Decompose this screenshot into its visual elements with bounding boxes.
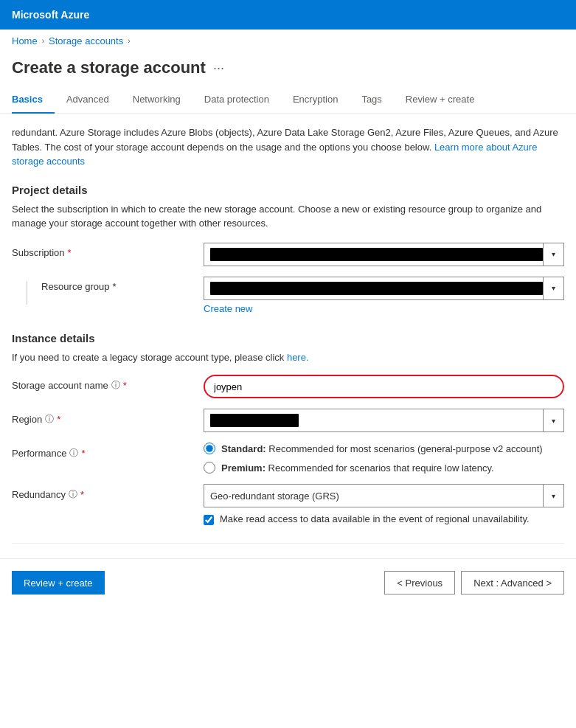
- review-create-button[interactable]: Review + create: [12, 571, 105, 594]
- redundancy-dropdown-arrow[interactable]: ▾: [543, 485, 563, 507]
- footer-divider: [12, 543, 564, 544]
- performance-standard-option: Standard: Recommended for most scenarios…: [204, 443, 564, 454]
- performance-control: Standard: Recommended for most scenarios…: [204, 443, 564, 474]
- subscription-value-masked: [210, 248, 543, 261]
- project-details-title: Project details: [12, 184, 564, 196]
- tab-basics[interactable]: Basics: [12, 86, 55, 114]
- redundancy-info-icon[interactable]: ⓘ: [69, 488, 77, 501]
- create-new-rg-link[interactable]: Create new: [204, 303, 564, 314]
- intro-text: redundant. Azure Storage includes Azure …: [12, 125, 564, 169]
- read-access-checkbox-item: Make read access to data available in th…: [204, 513, 564, 525]
- top-bar: Microsoft Azure: [0, 0, 576, 30]
- storage-name-info-icon[interactable]: ⓘ: [111, 379, 120, 392]
- storage-account-name-row: Storage account name ⓘ *: [12, 375, 564, 398]
- performance-premium-option: Premium: Recommended for scenarios that …: [204, 462, 564, 474]
- region-label: Region ⓘ *: [12, 409, 204, 426]
- tab-review-create[interactable]: Review + create: [394, 86, 487, 114]
- bottom-bar: Review + create < Previous Next : Advanc…: [0, 558, 576, 606]
- page-header: Create a storage account ···: [0, 52, 576, 77]
- region-dropdown-arrow[interactable]: ▾: [543, 409, 563, 431]
- breadcrumb-sep1: ›: [42, 37, 44, 45]
- previous-button[interactable]: < Previous: [384, 571, 455, 594]
- performance-radio-group: Standard: Recommended for most scenarios…: [204, 443, 564, 474]
- performance-premium-radio[interactable]: [204, 462, 215, 474]
- resource-group-value-masked: [210, 282, 543, 295]
- region-info-icon[interactable]: ⓘ: [45, 413, 54, 426]
- tab-advanced[interactable]: Advanced: [55, 86, 121, 114]
- storage-account-name-input[interactable]: [204, 375, 564, 398]
- page-title: Create a storage account: [12, 58, 206, 77]
- read-access-checkbox[interactable]: [204, 515, 214, 525]
- region-row: Region ⓘ * ▾: [12, 409, 564, 432]
- tab-bar: Basics Advanced Networking Data protecti…: [0, 86, 576, 114]
- performance-row: Performance ⓘ * Standard: Recommended fo…: [12, 443, 564, 474]
- breadcrumb: Home › Storage accounts ›: [0, 30, 576, 52]
- tab-encryption[interactable]: Encryption: [281, 86, 350, 114]
- resource-group-row: Resource group * ▾ Create new: [12, 277, 564, 314]
- rg-indent-line: [27, 281, 27, 305]
- next-button[interactable]: Next : Advanced >: [461, 571, 564, 594]
- performance-premium-label[interactable]: Premium: Recommended for scenarios that …: [221, 462, 494, 474]
- legacy-text: If you need to create a legacy storage a…: [12, 350, 564, 365]
- redundancy-control: Geo-redundant storage (GRS) ▾ Make read …: [204, 484, 564, 525]
- performance-standard-label[interactable]: Standard: Recommended for most scenarios…: [221, 443, 543, 454]
- read-access-label[interactable]: Make read access to data available in th…: [220, 513, 530, 524]
- subscription-label: Subscription *: [12, 243, 204, 258]
- performance-label: Performance ⓘ *: [12, 443, 204, 460]
- project-details-desc: Select the subscription in which to crea…: [12, 202, 564, 231]
- storage-account-name-label: Storage account name ⓘ *: [12, 375, 204, 392]
- tab-networking[interactable]: Networking: [121, 86, 192, 114]
- subscription-row: Subscription * ▾: [12, 243, 564, 266]
- breadcrumb-sep2: ›: [128, 37, 130, 45]
- top-bar-title: Microsoft Azure: [12, 9, 89, 21]
- rg-indent: [12, 277, 41, 305]
- storage-account-name-control: [204, 375, 564, 398]
- more-options-icon[interactable]: ···: [213, 60, 224, 76]
- subscription-dropdown-arrow[interactable]: ▾: [543, 243, 563, 266]
- performance-standard-radio[interactable]: [204, 443, 215, 454]
- resource-group-dropdown-arrow[interactable]: ▾: [543, 277, 563, 299]
- instance-details-title: Instance details: [12, 332, 564, 344]
- redundancy-value: Geo-redundant storage (GRS): [210, 490, 339, 502]
- redundancy-row: Redundancy ⓘ * Geo-redundant storage (GR…: [12, 484, 564, 525]
- content-area: redundant. Azure Storage includes Azure …: [0, 114, 576, 525]
- region-control: ▾: [204, 409, 564, 432]
- redundancy-select[interactable]: Geo-redundant storage (GRS) ▾: [204, 484, 564, 507]
- tab-data-protection[interactable]: Data protection: [192, 86, 281, 114]
- resource-group-select[interactable]: ▾: [204, 277, 564, 300]
- resource-group-label-area: Resource group *: [41, 277, 204, 292]
- region-value-masked: [210, 414, 299, 427]
- redundancy-select-wrapper: Geo-redundant storage (GRS) ▾: [204, 484, 564, 507]
- subscription-control: ▾: [204, 243, 564, 266]
- resource-group-control: ▾ Create new: [204, 277, 564, 314]
- region-select[interactable]: ▾: [204, 409, 564, 432]
- redundancy-label: Redundancy ⓘ *: [12, 484, 204, 501]
- breadcrumb-home[interactable]: Home: [12, 35, 38, 46]
- performance-info-icon[interactable]: ⓘ: [69, 447, 78, 460]
- subscription-select[interactable]: ▾: [204, 243, 564, 266]
- breadcrumb-storage-accounts[interactable]: Storage accounts: [49, 35, 123, 46]
- here-link[interactable]: here.: [287, 352, 309, 363]
- tab-tags[interactable]: Tags: [350, 86, 393, 114]
